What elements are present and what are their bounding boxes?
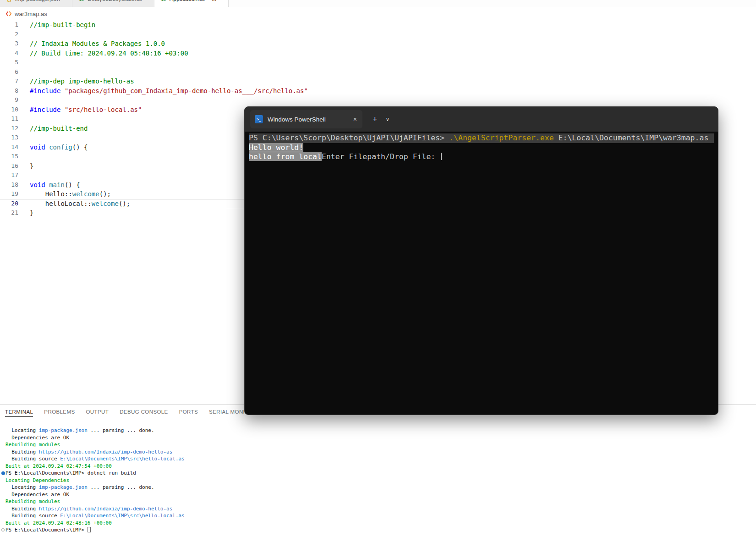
terminal-line: Building https://github.com/Indaxia/imp-… bbox=[5, 505, 756, 513]
code-line[interactable]: 11 bbox=[0, 114, 244, 124]
line-number: 15 bbox=[0, 152, 18, 161]
code-token: config bbox=[49, 144, 72, 151]
code-line[interactable]: 19 Hello::welcome(); bbox=[0, 189, 244, 199]
code-token bbox=[60, 106, 64, 113]
terminal-link[interactable]: E:\Local\Documents\IMP\src\hello-local.a… bbox=[60, 456, 185, 462]
line-number: 5 bbox=[0, 58, 18, 67]
code-text: //imp-built-begin bbox=[18, 20, 95, 30]
terminal-link[interactable]: https://github.com/Indaxia/imp-demo-hell… bbox=[39, 506, 172, 512]
tab-dropdown-icon[interactable]: ∨ bbox=[386, 116, 390, 122]
panel-tab-terminal[interactable]: TERMINAL bbox=[5, 409, 33, 417]
powershell-line: PS C:\Users\Scorp\Desktop\UjAPI\UjAPIFil… bbox=[249, 133, 714, 143]
powershell-terminal-content[interactable]: PS C:\Users\Scorp\Desktop\UjAPI\UjAPIFil… bbox=[245, 132, 718, 164]
terminal-text: ... parsing ... done. bbox=[88, 427, 154, 433]
code-line[interactable]: 17 bbox=[0, 171, 244, 180]
code-line[interactable]: 7//imp-dep imp-demo-hello-as bbox=[0, 77, 244, 86]
code-line[interactable]: 18void main() { bbox=[0, 180, 244, 190]
code-token: #include bbox=[30, 87, 60, 94]
code-line[interactable]: 1//imp-built-begin bbox=[0, 20, 244, 30]
code-token: void bbox=[30, 181, 45, 188]
terminal-line: Dependencies are OK bbox=[5, 491, 756, 498]
panel-tab-output[interactable]: OUTPUT bbox=[86, 409, 109, 416]
powershell-titlebar[interactable]: >_ Windows PowerShell × + ∨ bbox=[245, 107, 718, 132]
powershell-icon: >_ bbox=[255, 115, 263, 123]
powershell-line: Hello world! bbox=[249, 143, 714, 153]
terminal-text: Building source bbox=[5, 456, 60, 462]
panel-tab-debug-console[interactable]: DEBUG CONSOLE bbox=[120, 409, 168, 416]
code-line[interactable]: 14void config() { bbox=[0, 143, 244, 152]
line-number: 1 bbox=[0, 20, 18, 30]
powershell-line: hello from localEnter Filepath/Drop File… bbox=[249, 152, 714, 162]
line-number: 3 bbox=[0, 39, 18, 49]
code-token: Hello:: bbox=[30, 190, 72, 198]
code-line[interactable]: 2 bbox=[0, 30, 244, 39]
code-token: #include bbox=[30, 106, 60, 113]
command-prompt-circle-icon[interactable] bbox=[1, 528, 5, 531]
code-line[interactable]: 16} bbox=[0, 161, 244, 171]
line-number: 2 bbox=[0, 30, 18, 39]
new-tab-button[interactable]: + bbox=[373, 115, 378, 124]
code-text: // Build time: 2024.09.24 05:48:16 +03:0… bbox=[18, 49, 188, 58]
powershell-text: E:\Local\Documents\IMP\war3map.as bbox=[554, 133, 709, 142]
line-number: 18 bbox=[0, 180, 18, 190]
code-line[interactable]: 3// Indaxia Modules & Packages 1.0.0 bbox=[0, 39, 244, 49]
code-token: "packages/github_com_Indaxia_imp-demo-he… bbox=[65, 87, 308, 94]
code-token: //imp-built-end bbox=[30, 125, 88, 132]
line-number: 20 bbox=[0, 199, 18, 209]
code-text: // Indaxia Modules & Packages 1.0.0 bbox=[18, 39, 165, 49]
terminal-text: Locating bbox=[5, 484, 39, 490]
code-editor[interactable]: 1//imp-built-begin23// Indaxia Modules &… bbox=[0, 20, 244, 218]
terminal-link[interactable]: imp-package.json bbox=[39, 484, 88, 490]
terminal-link[interactable]: imp-package.json bbox=[39, 427, 88, 433]
code-text: void main() { bbox=[18, 180, 80, 190]
panel-tab-ports[interactable]: PORTS bbox=[179, 409, 198, 416]
terminal-line: Dependencies are OK bbox=[5, 434, 756, 442]
powershell-text: PS C:\Users\Scorp\Desktop\UjAPI\UjAPIFil… bbox=[249, 133, 449, 142]
line-number: 14 bbox=[0, 143, 18, 152]
powershell-text: .\AngelScriptParser.exe bbox=[449, 133, 553, 142]
powershell-window[interactable]: >_ Windows PowerShell × + ∨ PS C:\Users\… bbox=[244, 106, 718, 415]
code-line[interactable]: 20 helloLocal::welcome(); bbox=[0, 199, 244, 209]
code-token: // Build time: 2024.09.24 05:48:16 +03:0… bbox=[30, 50, 188, 57]
code-text: //imp-dep imp-demo-hello-as bbox=[18, 77, 134, 86]
csharp-file-icon: C# bbox=[79, 0, 84, 2]
code-token bbox=[45, 181, 49, 188]
breadcrumb[interactable]: war3map.as bbox=[5, 9, 47, 18]
breadcrumb-filename: war3map.as bbox=[15, 11, 47, 17]
code-line[interactable]: 5 bbox=[0, 58, 244, 67]
code-line[interactable]: 8#include "packages/github_com_Indaxia_i… bbox=[0, 86, 244, 96]
code-token: "src/hello-local.as" bbox=[65, 106, 142, 113]
angelscript-file-icon bbox=[5, 11, 12, 17]
code-token: () { bbox=[65, 181, 80, 188]
terminal-link[interactable]: https://github.com/Indaxia/imp-demo-hell… bbox=[39, 449, 172, 455]
terminal-link[interactable]: E:\Local\Documents\IMP\src\hello-local.a… bbox=[60, 513, 185, 519]
editor-tab[interactable]: C#Application.csM bbox=[154, 0, 229, 7]
line-number: 4 bbox=[0, 49, 18, 58]
json-file-icon: {} bbox=[6, 0, 12, 2]
code-line[interactable]: 15 bbox=[0, 152, 244, 161]
editor-tab[interactable]: C#DelayedBusyState.cs bbox=[72, 0, 154, 7]
editor-tab-bar: {}imp-package.jsonC#DelayedBusyState.csC… bbox=[0, 0, 756, 7]
code-line[interactable]: 4// Build time: 2024.09.24 05:48:16 +03:… bbox=[0, 49, 244, 58]
powershell-tab[interactable]: >_ Windows PowerShell × bbox=[250, 110, 362, 128]
integrated-terminal-output[interactable]: Locating imp-package.json ... parsing ..… bbox=[0, 427, 756, 532]
editor-tab[interactable]: {}imp-package.json bbox=[0, 0, 72, 7]
terminal-line: PS E:\Local\Documents\IMP> dotnet run bu… bbox=[5, 470, 756, 477]
terminal-text: Rebuilding modules bbox=[5, 442, 60, 448]
code-line[interactable]: 12//imp-built-end bbox=[0, 124, 244, 133]
terminal-text: Dependencies are OK bbox=[5, 435, 69, 441]
terminal-line: Building source E:\Local\Documents\IMP\s… bbox=[5, 512, 756, 520]
code-line[interactable]: 21} bbox=[0, 208, 244, 218]
tab-close-icon[interactable]: × bbox=[351, 116, 359, 123]
code-line[interactable]: 9 bbox=[0, 95, 244, 105]
code-text: } bbox=[18, 208, 33, 218]
code-line[interactable]: 6 bbox=[0, 67, 244, 77]
code-line[interactable]: 10#include "src/hello-local.as" bbox=[0, 105, 244, 115]
command-success-dot-icon[interactable] bbox=[1, 471, 5, 475]
csharp-file-icon: C# bbox=[161, 0, 166, 2]
code-line[interactable]: 13 bbox=[0, 133, 244, 143]
code-text: #include "src/hello-local.as" bbox=[18, 105, 142, 115]
code-token: //imp-built-begin bbox=[30, 21, 95, 28]
line-number: 8 bbox=[0, 86, 18, 96]
panel-tab-problems[interactable]: PROBLEMS bbox=[44, 409, 75, 416]
